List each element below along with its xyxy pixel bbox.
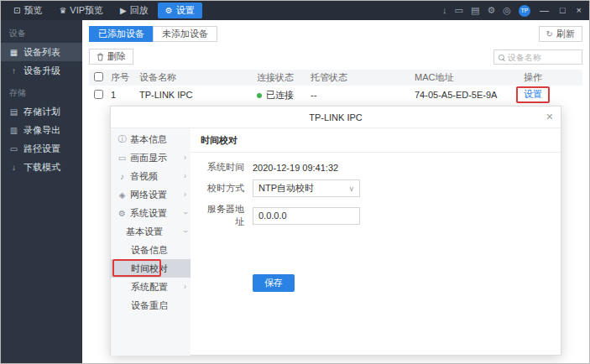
- menu-device-reboot[interactable]: 设备重启: [111, 296, 191, 315]
- sync-method-row: 校时方式 NTP自动校时 ∨: [201, 179, 561, 197]
- nav-preview[interactable]: ⊡ 预览: [6, 3, 50, 18]
- sidebar: 设备 ▦ 设备列表 ↑ 设备升级 存储 ▤ 存储计划 ▥ 录像导出 ▭ 路径设置…: [1, 20, 82, 363]
- search-icon: [499, 55, 504, 60]
- gallery-icon[interactable]: ▤: [471, 6, 479, 15]
- sync-method-value: NTP自动校时: [258, 182, 314, 195]
- refresh-button[interactable]: ↻ 刷新: [539, 26, 582, 42]
- network-icon: ◈: [117, 190, 127, 200]
- app-window: ⊡ 预览 ♛ VIP预览 ▶ 回放 ⚙ 设置 ↓ ▭ ▤ ⚙ ◎ TP —: [0, 0, 590, 364]
- sidebar-item-device-upgrade[interactable]: ↑ 设备升级: [1, 61, 82, 80]
- system-time-row: 系统时间 2020-12-19 09:41:32: [201, 161, 561, 174]
- select-chevron-icon: ∨: [348, 185, 354, 193]
- system-time-value: 2020-12-19 09:41:32: [253, 163, 338, 173]
- server-address-label: 服务器地址: [201, 203, 244, 228]
- download-icon[interactable]: ↓: [442, 6, 447, 15]
- chevron-right-icon: ›: [184, 283, 186, 291]
- row-checkbox[interactable]: [94, 90, 103, 99]
- modal-close-icon[interactable]: ×: [546, 109, 553, 126]
- status-dot: [257, 93, 262, 98]
- modal-body: ⓘ 基本信息 ▭ 画面显示 › ♪ 音视频 › ◈ 网络设置 ›: [111, 128, 561, 356]
- device-tabs: 已添加设备 未添加设备: [89, 26, 217, 42]
- col-mac: MAC地址: [415, 71, 524, 84]
- maximize-button[interactable]: □: [558, 6, 567, 15]
- server-address-row: 服务器地址: [201, 203, 561, 228]
- menu-system-label: 系统设置: [130, 207, 167, 220]
- row-mac-address: 74-05-A5-ED-5E-9A: [415, 90, 524, 100]
- status-text: 已连接: [266, 90, 294, 100]
- minimize-button[interactable]: —: [538, 6, 551, 15]
- sidebar-item-device-list-label: 设备列表: [23, 46, 60, 59]
- display-icon: ▭: [117, 153, 127, 163]
- row-device-name: TP-LINK IPC: [139, 90, 257, 100]
- server-address-input[interactable]: [253, 207, 360, 225]
- sidebar-item-path-settings[interactable]: ▭ 路径设置: [1, 139, 82, 158]
- menu-system[interactable]: ⚙ 系统设置 ›: [111, 204, 191, 222]
- sidebar-item-storage-plan-label: 存储计划: [23, 106, 60, 118]
- nav-playback-label: 回放: [130, 4, 149, 17]
- menu-network-label: 网络设置: [130, 189, 167, 201]
- menu-basic-info[interactable]: ⓘ 基本信息: [111, 130, 191, 148]
- modal-content: 时间校对 系统时间 2020-12-19 09:41:32 校时方式 NTP自动…: [191, 128, 561, 356]
- nav-vip-preview[interactable]: ♛ VIP预览: [51, 3, 111, 18]
- menu-network[interactable]: ◈ 网络设置 ›: [111, 185, 191, 204]
- menu-device-info-label: 设备信息: [131, 244, 168, 257]
- save-button[interactable]: 保存: [253, 274, 295, 292]
- sync-method-select[interactable]: NTP自动校时 ∨: [253, 179, 360, 197]
- sidebar-item-record-export-label: 录像导出: [23, 124, 60, 137]
- col-index: 序号: [111, 71, 139, 84]
- preview-icon: ⊡: [13, 7, 20, 15]
- vip-icon: ♛: [59, 7, 66, 15]
- menu-audio-video[interactable]: ♪ 音视频 ›: [111, 167, 191, 185]
- sidebar-item-download-mode[interactable]: ↓ 下载模式: [1, 158, 82, 176]
- menu-system-config[interactable]: 系统配置 ›: [111, 278, 191, 296]
- annotation-box-settings: 设置: [516, 86, 550, 103]
- user-avatar[interactable]: TP: [519, 5, 530, 17]
- gear-icon: ⚙: [165, 7, 173, 15]
- close-button[interactable]: ×: [575, 6, 583, 15]
- menu-basic-settings[interactable]: 基本设置 ›: [111, 222, 191, 241]
- col-connection: 连接状态: [257, 71, 311, 84]
- menu-device-info[interactable]: 设备信息: [111, 241, 191, 259]
- record-export-icon: ▥: [9, 126, 18, 135]
- col-name: 设备名称: [139, 71, 257, 84]
- menu-system-config-label: 系统配置: [131, 281, 168, 294]
- sidebar-section-device: 设备: [1, 20, 82, 43]
- sidebar-item-device-list[interactable]: ▦ 设备列表: [1, 43, 82, 61]
- download-mode-icon: ↓: [9, 163, 18, 172]
- search-input[interactable]: [508, 53, 577, 62]
- nav-settings-label: 设置: [176, 4, 195, 17]
- row-settings-link[interactable]: 设置: [524, 89, 542, 99]
- menu-basic-settings-label: 基本设置: [126, 226, 163, 238]
- chevron-down-icon: ›: [180, 230, 189, 232]
- table-row: 1 TP-LINK IPC 已连接 -- 74-05-A5-ED-5E-9A 设…: [89, 86, 582, 104]
- nav-preview-label: 预览: [23, 4, 42, 17]
- sidebar-item-storage-plan[interactable]: ▤ 存储计划: [1, 102, 82, 121]
- menu-display[interactable]: ▭ 画面显示 ›: [111, 148, 191, 167]
- menu-time-sync[interactable]: 时间校对: [111, 259, 191, 278]
- chevron-right-icon: ›: [184, 153, 186, 162]
- tray-gear-icon[interactable]: ⚙: [487, 6, 495, 15]
- top-nav: ⊡ 预览 ♛ VIP预览 ▶ 回放 ⚙ 设置: [1, 1, 202, 20]
- tab-not-added-devices[interactable]: 未添加设备: [153, 26, 217, 42]
- table-header: 序号 设备名称 连接状态 托管状态 MAC地址 操作: [89, 70, 582, 86]
- folder-icon[interactable]: ▭: [455, 6, 463, 15]
- delete-button[interactable]: 删除: [89, 49, 133, 65]
- trash-icon: [97, 53, 104, 61]
- nav-playback[interactable]: ▶ 回放: [112, 3, 156, 18]
- modal-menu: ⓘ 基本信息 ▭ 画面显示 › ♪ 音视频 › ◈ 网络设置 ›: [111, 128, 191, 356]
- time-sync-form: 系统时间 2020-12-19 09:41:32 校时方式 NTP自动校时 ∨ …: [191, 153, 561, 292]
- tab-added-devices[interactable]: 已添加设备: [89, 26, 154, 42]
- nav-settings[interactable]: ⚙ 设置: [158, 3, 202, 18]
- col-action: 操作: [524, 71, 582, 84]
- refresh-icon: ↻: [546, 29, 553, 39]
- sidebar-item-record-export[interactable]: ▥ 录像导出: [1, 121, 82, 139]
- about-icon[interactable]: ◎: [503, 6, 511, 15]
- audio-video-icon: ♪: [117, 172, 127, 181]
- sidebar-item-path-settings-label: 路径设置: [23, 143, 60, 155]
- menu-basic-info-label: 基本信息: [130, 133, 167, 146]
- chevron-right-icon: ›: [184, 172, 186, 180]
- col-hosting: 托管状态: [311, 71, 415, 84]
- system-gear-icon: ⚙: [117, 209, 127, 218]
- select-all-checkbox[interactable]: [94, 72, 103, 81]
- path-settings-icon: ▭: [9, 144, 18, 153]
